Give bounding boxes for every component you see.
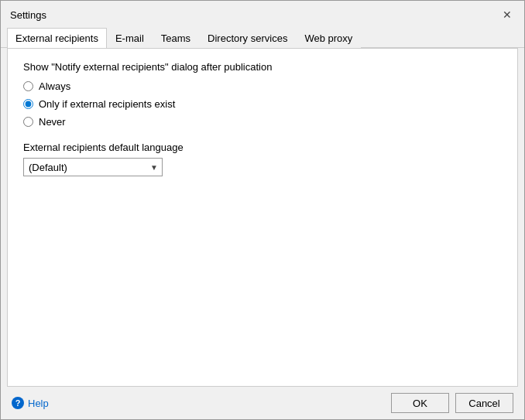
radio-never[interactable]: Never <box>23 116 502 128</box>
close-button[interactable]: ✕ <box>499 7 515 22</box>
radio-never-input[interactable] <box>23 117 33 127</box>
help-label: Help <box>28 398 49 409</box>
content-area: Show "Notify external recipients" dialog… <box>7 48 518 387</box>
tab-external-recipients[interactable]: External recipients <box>7 28 107 48</box>
settings-dialog: Settings ✕ External recipients E-mail Te… <box>0 0 525 420</box>
help-link[interactable]: ? Help <box>12 397 49 409</box>
footer-buttons: OK Cancel <box>391 393 513 413</box>
radio-always-input[interactable] <box>23 81 33 91</box>
cancel-button[interactable]: Cancel <box>455 393 513 413</box>
title-bar: Settings ✕ <box>1 1 524 27</box>
radio-only-if[interactable]: Only if external recipients exist <box>23 98 502 110</box>
footer: ? Help OK Cancel <box>1 387 524 419</box>
language-dropdown-wrapper: (Default) English French German Spanish … <box>23 158 163 176</box>
radio-only-if-label: Only if external recipients exist <box>39 98 175 110</box>
radio-never-label: Never <box>39 116 66 128</box>
tab-directory-services[interactable]: Directory services <box>199 28 296 48</box>
radio-always[interactable]: Always <box>23 80 502 92</box>
tab-bar: External recipients E-mail Teams Directo… <box>1 27 524 48</box>
tab-email[interactable]: E-mail <box>107 28 153 48</box>
radio-always-label: Always <box>39 80 70 92</box>
tab-web-proxy[interactable]: Web proxy <box>296 28 361 48</box>
ok-button[interactable]: OK <box>391 393 449 413</box>
language-dropdown[interactable]: (Default) English French German Spanish <box>23 158 163 176</box>
dialog-title: Settings <box>10 9 46 21</box>
tab-teams[interactable]: Teams <box>153 28 199 48</box>
radio-only-if-input[interactable] <box>23 99 33 109</box>
help-icon: ? <box>12 397 24 409</box>
notify-section-label: Show "Notify external recipients" dialog… <box>23 61 502 73</box>
language-field-label: External recipients default language <box>23 142 502 153</box>
radio-group: Always Only if external recipients exist… <box>23 80 502 128</box>
